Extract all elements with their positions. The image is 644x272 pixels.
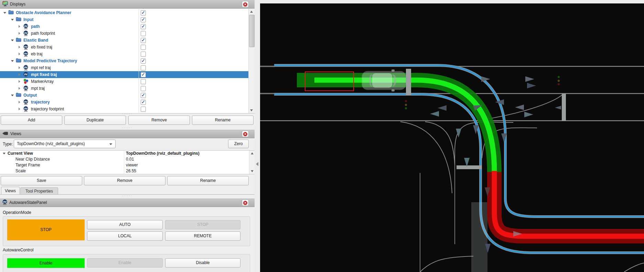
visibility-checkbox[interactable] bbox=[141, 24, 146, 29]
visibility-cell bbox=[139, 37, 249, 44]
displays-tree-scrollbar[interactable] bbox=[248, 9, 255, 113]
state-panel-header[interactable]: AutowareStatePanel ✕ bbox=[0, 198, 255, 207]
splitter-handle[interactable] bbox=[0, 127, 255, 129]
views-close-button[interactable]: ✕ bbox=[242, 131, 249, 137]
properties-scrollbar[interactable] bbox=[249, 151, 255, 174]
tree-item-label: MarkerArray bbox=[31, 79, 54, 84]
tree-item-path-footprint[interactable]: path footprint bbox=[0, 30, 249, 37]
visibility-checkbox[interactable] bbox=[141, 79, 146, 84]
property-value[interactable]: 0.01 bbox=[126, 157, 134, 162]
expand-arrow[interactable] bbox=[19, 53, 20, 55]
tree-item-eb-fixed-traj[interactable]: eb fixed traj bbox=[0, 44, 249, 51]
opmode-stop-button: STOP bbox=[165, 220, 240, 229]
tree-item-mpt-fixed-traj[interactable]: mpt fixed traj bbox=[0, 71, 249, 78]
opmode-auto-button[interactable]: AUTO bbox=[87, 220, 163, 229]
3d-viewport[interactable] bbox=[260, 3, 644, 272]
marker-array-icon bbox=[23, 79, 29, 85]
tree-item-mpt-ref-traj[interactable]: mpt ref traj bbox=[0, 64, 249, 71]
visibility-checkbox[interactable] bbox=[141, 72, 146, 77]
splitter-handle[interactable] bbox=[0, 113, 255, 115]
control-disable-button[interactable]: Disable bbox=[165, 258, 240, 268]
scroll-up-icon[interactable] bbox=[251, 152, 254, 154]
duplicate-button[interactable]: Duplicate bbox=[64, 116, 126, 125]
rename-views-button[interactable]: Rename bbox=[167, 176, 249, 185]
tree-item-obstacle-avoidance-planner[interactable]: Obstacle Avoidance Planner bbox=[0, 9, 249, 16]
visibility-checkbox[interactable] bbox=[141, 107, 146, 112]
expand-arrow[interactable] bbox=[19, 108, 20, 110]
displays-close-button[interactable]: ✕ bbox=[242, 1, 249, 8]
expand-arrow[interactable] bbox=[19, 66, 20, 69]
visibility-checkbox[interactable] bbox=[141, 31, 146, 36]
visibility-checkbox[interactable] bbox=[141, 38, 146, 43]
tree-item-markerarray[interactable]: MarkerArray bbox=[0, 78, 249, 85]
property-name: Scale bbox=[15, 168, 26, 173]
property-value[interactable]: TopDownOrtho (rviz_default_plugins) bbox=[126, 151, 200, 156]
rename-button[interactable]: Rename bbox=[192, 116, 254, 125]
visibility-checkbox[interactable] bbox=[141, 10, 146, 15]
opmode-local-button[interactable]: LOCAL bbox=[87, 231, 163, 241]
expand-arrow[interactable] bbox=[19, 32, 20, 35]
tree-item-mpt-traj[interactable]: mpt traj bbox=[0, 85, 249, 92]
visibility-checkbox[interactable] bbox=[141, 58, 146, 64]
splitter-handle[interactable] bbox=[0, 195, 255, 197]
tree-item-trajectory-footprint[interactable]: trajectory footprint bbox=[0, 106, 249, 112]
state-close-button[interactable]: ✕ bbox=[242, 199, 249, 206]
save-views-button[interactable]: Save bbox=[1, 176, 82, 185]
visibility-checkbox[interactable] bbox=[141, 45, 146, 50]
collapse-arrow[interactable] bbox=[11, 40, 14, 41]
folder-icon bbox=[16, 58, 21, 64]
visibility-checkbox[interactable] bbox=[141, 52, 146, 57]
scroll-down-icon[interactable] bbox=[251, 170, 254, 172]
collapse-arrow[interactable] bbox=[11, 95, 14, 96]
property-value[interactable]: 26.55 bbox=[126, 168, 136, 173]
tree-item-label: mpt fixed traj bbox=[31, 72, 57, 77]
expand-arrow[interactable] bbox=[19, 73, 20, 76]
views-panel-header[interactable]: Views ✕ bbox=[0, 130, 255, 138]
collapse-arrow[interactable] bbox=[3, 12, 6, 14]
view-type-select[interactable]: TopDownOrtho (rviz_default_plugins) bbox=[14, 140, 116, 148]
remove-views-button[interactable]: Remove bbox=[84, 176, 165, 185]
panel-resize-gutter[interactable] bbox=[255, 0, 260, 272]
collapse-arrow[interactable] bbox=[3, 153, 6, 154]
tab-views[interactable]: Views bbox=[1, 187, 20, 195]
road-edge-stub bbox=[260, 66, 275, 67]
tree-item-label: mpt traj bbox=[31, 86, 45, 91]
operation-mode-group: STOP AUTOSTOPLOCALREMOTE bbox=[3, 216, 250, 246]
folder-icon bbox=[16, 93, 21, 98]
scrollbar-thumb[interactable] bbox=[249, 15, 255, 47]
scroll-up-icon[interactable] bbox=[250, 11, 253, 13]
tree-item-path[interactable]: path bbox=[0, 23, 249, 30]
visibility-checkbox[interactable] bbox=[141, 17, 146, 22]
visibility-checkbox[interactable] bbox=[141, 86, 146, 91]
tree-item-eb-traj[interactable]: eb traj bbox=[0, 51, 249, 57]
tree-item-output[interactable]: Output bbox=[0, 92, 249, 99]
property-value[interactable]: viewer bbox=[126, 163, 138, 167]
displays-panel-header[interactable]: Displays ✕ bbox=[0, 0, 255, 9]
side-mirror bbox=[391, 89, 395, 91]
zero-button[interactable]: Zero bbox=[228, 140, 249, 148]
displays-panel-title: Displays bbox=[10, 2, 25, 7]
expand-arrow[interactable] bbox=[19, 87, 20, 90]
tree-item-trajectory[interactable]: trajectory bbox=[0, 99, 249, 106]
expand-arrow[interactable] bbox=[19, 101, 20, 104]
current-view-properties: Current ViewTopDownOrtho (rviz_default_p… bbox=[0, 150, 255, 174]
expand-arrow[interactable] bbox=[19, 46, 20, 48]
expand-arrow[interactable] bbox=[19, 25, 20, 28]
visibility-checkbox[interactable] bbox=[141, 100, 146, 105]
tree-item-elastic-band[interactable]: Elastic Band bbox=[0, 37, 249, 44]
visibility-checkbox[interactable] bbox=[141, 93, 146, 98]
tab-tool-properties[interactable]: Tool Properties bbox=[20, 187, 58, 195]
remove-button[interactable]: Remove bbox=[128, 116, 190, 125]
views-button-row: SaveRemoveRename bbox=[0, 176, 255, 186]
opmode-remote-button[interactable]: REMOTE bbox=[165, 231, 240, 241]
collapse-arrow[interactable] bbox=[11, 60, 14, 62]
tree-item-input[interactable]: Input bbox=[0, 16, 249, 23]
collapse-panel-icon[interactable] bbox=[256, 162, 258, 166]
add-button[interactable]: Add bbox=[1, 116, 62, 125]
tree-item-label: Model Predictive Trajectory bbox=[23, 58, 77, 63]
scroll-down-icon[interactable] bbox=[250, 109, 253, 111]
expand-arrow[interactable] bbox=[19, 80, 20, 83]
tree-item-model-predictive-trajectory[interactable]: Model Predictive Trajectory bbox=[0, 57, 249, 64]
collapse-arrow[interactable] bbox=[11, 19, 14, 21]
visibility-checkbox[interactable] bbox=[141, 65, 146, 70]
